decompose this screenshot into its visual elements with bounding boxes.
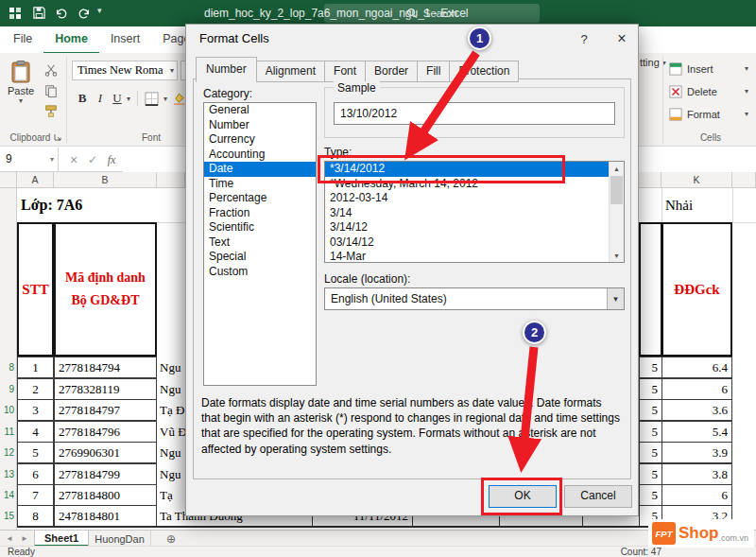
cell-id[interactable]: 2778184800 (54, 484, 157, 506)
cell-stt[interactable]: 4 (17, 421, 54, 443)
save-icon[interactable] (32, 6, 46, 20)
cell-id[interactable]: 2769906301 (54, 442, 157, 463)
scroll-up-icon[interactable]: ▲ (610, 162, 624, 175)
cell-j[interactable]: 5 (639, 399, 662, 421)
cut-icon[interactable] (42, 62, 60, 78)
insert-cells-button[interactable]: Insert ▾ (669, 59, 752, 78)
row-header[interactable]: 10 (0, 399, 14, 421)
category-item[interactable]: Number (204, 118, 316, 133)
dialog-tab-border[interactable]: Border (365, 61, 418, 82)
format-cells-button[interactable]: Format ▾ (669, 104, 752, 124)
category-item[interactable]: Currency (204, 132, 316, 148)
category-item[interactable]: Special (204, 250, 316, 265)
col-header-a[interactable]: A (17, 172, 54, 188)
cell-id[interactable]: 2778184794 (54, 357, 157, 378)
fill-color-icon[interactable] (172, 89, 185, 108)
search-box[interactable]: Search (324, 4, 540, 23)
category-item[interactable]: Percentage (204, 191, 316, 206)
undo-icon[interactable] (55, 8, 68, 20)
row-header[interactable]: 14 (0, 484, 14, 506)
locale-dropdown[interactable]: English (United States) ▾ (324, 287, 625, 310)
col-header-c-sliver[interactable] (157, 172, 185, 188)
cell-stt[interactable]: 6 (17, 463, 54, 485)
type-item[interactable]: 14-Mar (325, 250, 609, 263)
redo-icon[interactable] (77, 8, 91, 20)
row-header[interactable]: 12 (0, 442, 14, 463)
row-header[interactable]: 9 (0, 378, 14, 400)
cell-class-title[interactable]: Lớp: 7A6 (21, 188, 172, 222)
cell-stt[interactable]: 2 (17, 378, 54, 400)
cell-j[interactable]: 5 (639, 463, 662, 485)
row-header[interactable]: 8 (0, 357, 14, 378)
header-cell-ddgck[interactable]: ĐĐGck (662, 222, 732, 357)
sheet-tab-huongdan[interactable]: HuongDan (89, 531, 151, 547)
locale-caret-icon[interactable]: ▾ (607, 288, 624, 309)
cell-j[interactable]: 5 (639, 357, 662, 378)
cell-right-spill[interactable]: Nhải (665, 188, 731, 222)
header-cell-stt[interactable]: STT (17, 222, 54, 357)
formula-enter-icon[interactable]: ✓ (83, 148, 102, 172)
scroll-thumb[interactable] (610, 176, 623, 204)
category-item[interactable]: Fraction (204, 206, 316, 221)
type-item[interactable]: 3/14/12 (325, 220, 609, 235)
dialog-close-icon[interactable]: × (604, 25, 640, 53)
scroll-down-icon[interactable]: ▼ (610, 249, 624, 262)
category-item[interactable]: General (204, 103, 316, 118)
underline-button[interactable]: U (110, 89, 125, 108)
type-list-scrollbar[interactable]: ▲ ▼ (609, 162, 624, 262)
row-header[interactable]: 11 (0, 421, 14, 443)
sheet-tab-sheet1[interactable]: Sheet1 (34, 531, 89, 547)
dialog-tab-fill[interactable]: Fill (417, 61, 450, 82)
category-item[interactable]: Accounting (204, 148, 316, 163)
category-item[interactable]: Custom (204, 265, 316, 280)
header-cell-ma-dinh-danh[interactable]: Mã định danhBộ GD&ĐT (54, 222, 157, 357)
col-header-b[interactable]: B (54, 172, 157, 188)
cell-id[interactable]: 2478184801 (54, 505, 157, 527)
borders-caret-icon[interactable]: ▾ (161, 89, 170, 108)
category-item[interactable]: Scientific (204, 220, 316, 235)
add-sheet-icon[interactable]: ⊕ (163, 531, 180, 547)
fx-icon[interactable]: fx (102, 148, 121, 172)
dialog-tab-font[interactable]: Font (324, 61, 366, 82)
cell-score[interactable]: 3.6 (662, 399, 732, 421)
cell-stt[interactable]: 5 (17, 442, 54, 463)
underline-caret-icon[interactable]: ▾ (124, 89, 133, 108)
col-header-k[interactable]: K (662, 172, 732, 188)
cell-id[interactable]: 2778328119 (54, 378, 157, 400)
sheet-nav-right-icon[interactable]: ► (17, 531, 32, 547)
qat-caret-icon[interactable]: ▾ (97, 6, 102, 15)
format-painter-icon[interactable] (42, 104, 60, 119)
delete-cells-button[interactable]: Delete ▾ (669, 81, 752, 101)
cell-score[interactable]: 6.4 (662, 357, 732, 378)
clipboard-dialog-launcher-icon[interactable] (54, 133, 61, 141)
cell-id[interactable]: 2778184799 (54, 463, 157, 485)
col-header-j-sliver[interactable] (639, 172, 662, 188)
cell-j[interactable]: 5 (639, 421, 662, 443)
dialog-tab-alignment[interactable]: Alignment (256, 61, 325, 82)
ribbon-tab-insert[interactable]: Insert (99, 26, 151, 52)
type-item[interactable]: 3/14 (325, 206, 609, 221)
bold-button[interactable]: B (74, 89, 91, 108)
row-header[interactable]: 13 (0, 463, 14, 485)
dialog-help-button[interactable]: ? (568, 25, 600, 53)
select-all-corner[interactable] (0, 172, 17, 188)
cell-stt[interactable]: 7 (17, 484, 54, 506)
cell-score[interactable]: 3.9 (662, 442, 732, 463)
category-item-selected[interactable]: Date (204, 162, 316, 177)
type-item[interactable]: 2012-03-14 (325, 191, 609, 206)
name-box-caret-icon[interactable]: ▾ (50, 148, 54, 171)
cell-id[interactable]: 2778184797 (54, 399, 157, 421)
paste-button[interactable]: Paste ▾ (4, 59, 38, 131)
cell-j[interactable]: 5 (639, 378, 662, 400)
borders-icon[interactable] (142, 89, 161, 108)
sheet-nav-left-icon[interactable]: ◄ (2, 531, 17, 547)
category-item[interactable]: Time (204, 177, 316, 192)
cell-score[interactable]: 6 (662, 484, 732, 506)
cell-score[interactable]: 3.8 (662, 463, 732, 485)
cancel-button[interactable]: Cancel (564, 485, 632, 508)
ribbon-tab-file[interactable]: File (2, 26, 43, 52)
dialog-tab-number[interactable]: Number (196, 57, 257, 82)
cell-stt[interactable]: 8 (17, 505, 54, 527)
font-name-combo[interactable]: Times New Roma ▾ (72, 61, 178, 80)
cell-stt[interactable]: 3 (17, 399, 54, 421)
